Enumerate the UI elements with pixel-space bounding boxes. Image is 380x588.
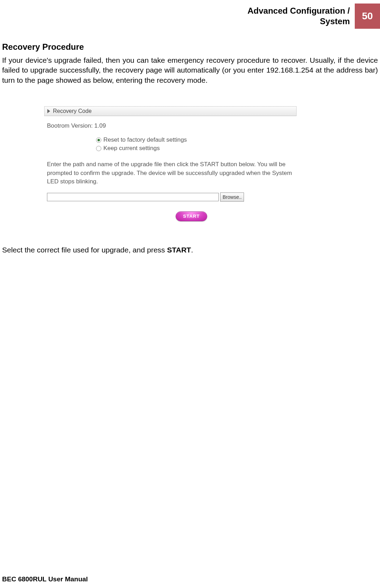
post-text-bold: START: [167, 246, 191, 254]
start-button[interactable]: START: [176, 211, 207, 221]
intro-paragraph: If your device's upgrade failed, then yo…: [2, 55, 378, 85]
radio-reset-factory[interactable]: Reset to factory default settings: [96, 136, 294, 143]
browse-button[interactable]: Browse..: [220, 192, 244, 202]
page-number: 50: [355, 4, 380, 29]
radio-keep-current[interactable]: Keep current settings: [96, 145, 294, 152]
post-instruction: Select the correct file used for upgrade…: [2, 245, 378, 255]
radio-reset-label: Reset to factory default settings: [103, 136, 187, 143]
section-heading: Recovery Procedure: [2, 42, 378, 52]
radio-icon: [96, 146, 101, 151]
start-wrap: START: [47, 211, 294, 221]
panel-body: Bootrom Version: 1.09 Reset to factory d…: [44, 116, 297, 224]
footer-text: BEC 6800RUL User Manual: [2, 575, 88, 583]
header-title: Advanced Configuration / System: [247, 4, 355, 29]
panel-title: Recovery Code: [53, 108, 91, 114]
radio-icon: [96, 137, 101, 143]
file-row: Browse..: [47, 192, 294, 202]
header-title-line2: System: [320, 16, 350, 26]
radio-keep-label: Keep current settings: [103, 145, 160, 152]
header-title-line1: Advanced Configuration /: [247, 6, 350, 15]
upgrade-file-input[interactable]: [47, 193, 219, 201]
page-header: Advanced Configuration / System 50: [247, 4, 380, 29]
post-text-suffix: .: [191, 246, 193, 254]
triangle-icon: [47, 109, 50, 113]
main-content: Recovery Procedure If your device's upgr…: [2, 42, 378, 258]
panel-instructions: Enter the path and name of the upgrade f…: [47, 160, 294, 186]
panel-header: Recovery Code: [44, 106, 297, 116]
bootrom-version: Bootrom Version: 1.09: [47, 122, 294, 129]
post-text-prefix: Select the correct file used for upgrade…: [2, 246, 167, 254]
recovery-panel-screenshot: Recovery Code Bootrom Version: 1.09 Rese…: [44, 106, 297, 224]
